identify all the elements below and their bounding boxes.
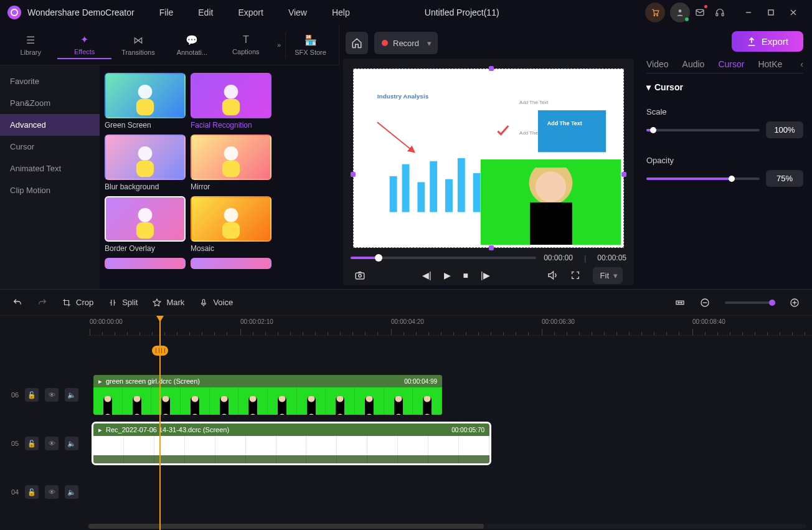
prop-tab-hotkey[interactable]: HotKe: [758, 59, 782, 69]
effect-facial-recognition[interactable]: Facial Recognition: [191, 73, 271, 130]
lock-icon[interactable]: 🔓: [25, 437, 39, 450]
next-frame-button[interactable]: |▶: [481, 270, 490, 280]
crop-tool[interactable]: Crop: [62, 298, 93, 307]
menu-help[interactable]: Help: [332, 7, 350, 17]
mark-tool[interactable]: Mark: [153, 298, 184, 307]
tab-more[interactable]: »: [273, 39, 285, 51]
record-button[interactable]: Record ▾: [374, 32, 438, 54]
category-panzoom[interactable]: Pan&Zoom: [0, 92, 100, 114]
category-advanced[interactable]: Advanced: [0, 114, 100, 136]
playhead[interactable]: [159, 316, 161, 530]
category-clipmotion[interactable]: Clip Motion: [0, 179, 100, 201]
play-button[interactable]: ▶: [444, 270, 451, 280]
lock-icon[interactable]: 🔓: [25, 388, 39, 402]
tab-annotations[interactable]: 💬 Annotati...: [165, 32, 219, 59]
preview-canvas-area[interactable]: Industry Analysis Add The Text Add The T…: [343, 59, 634, 285]
track-lane[interactable]: [87, 472, 812, 512]
playhead-grip[interactable]: [152, 346, 168, 356]
effect-mirror[interactable]: Mirror: [191, 135, 271, 191]
effect-border-overlay[interactable]: Border Overlay: [105, 196, 186, 253]
menu-view[interactable]: View: [288, 7, 307, 17]
opacity-slider[interactable]: [646, 177, 760, 180]
clip[interactable]: ▸green screen girl.dcrc (Screen)00:00:04…: [93, 375, 442, 415]
zoom-in-button[interactable]: [790, 298, 800, 308]
effect-partial[interactable]: [105, 258, 186, 269]
mute-icon[interactable]: 🔈: [65, 437, 78, 450]
stop-button[interactable]: ■: [463, 270, 468, 280]
undo-button[interactable]: [12, 298, 22, 308]
menu-export[interactable]: Export: [238, 7, 263, 17]
eye-icon[interactable]: 👁: [45, 485, 59, 499]
ruler-label: 00:00:04:20: [391, 318, 424, 325]
scale-slider[interactable]: [646, 129, 760, 131]
menu-file[interactable]: File: [159, 7, 174, 17]
timeline-body[interactable]: 00:00:00:0000:00:02:1000:00:04:2000:00:0…: [0, 316, 812, 530]
scale-label: Scale: [646, 107, 684, 116]
tab-effects[interactable]: ✦ Effects: [57, 31, 111, 59]
ruler-label: 00:00:06:30: [542, 318, 575, 325]
svg-point-0: [11, 9, 17, 16]
fullscreen-icon[interactable]: [570, 270, 580, 280]
tab-sfx-store[interactable]: 🏪 SFX Store: [285, 32, 335, 59]
effect-green-screen[interactable]: Green Screen: [105, 73, 186, 130]
timeline-hscrollbar[interactable]: [87, 524, 806, 529]
opacity-value[interactable]: 75%: [766, 170, 803, 187]
export-button[interactable]: Export: [732, 31, 803, 52]
svg-text:Industry Analysis: Industry Analysis: [377, 93, 429, 100]
library-icon: ☰: [26, 34, 35, 46]
mute-icon[interactable]: 🔈: [65, 388, 78, 402]
lock-icon[interactable]: 🔓: [25, 485, 39, 499]
effect-mosaic[interactable]: Mosaic: [191, 196, 271, 253]
green-screen-overlay: [481, 159, 621, 245]
tab-captions[interactable]: T Captions: [219, 32, 273, 58]
user-icon[interactable]: [670, 2, 690, 22]
scale-value[interactable]: 100%: [766, 121, 803, 138]
prev-frame-button[interactable]: ◀|: [422, 270, 432, 280]
prop-tabs-prev[interactable]: ‹: [800, 59, 803, 69]
tab-effects-label: Effects: [74, 48, 95, 55]
mute-icon[interactable]: 🔈: [65, 485, 78, 499]
prop-tab-audio[interactable]: Audio: [682, 59, 705, 69]
clip[interactable]: ▸Rec_2022-07-06 14-31-43.dcrc (Screen)00…: [93, 424, 489, 463]
effect-blur-background[interactable]: Blur background: [105, 135, 186, 191]
minimize-button[interactable]: [737, 2, 760, 22]
close-button[interactable]: [782, 2, 805, 22]
redo-button[interactable]: [37, 298, 47, 308]
eye-icon[interactable]: 👁: [45, 437, 59, 450]
svg-point-2: [657, 15, 658, 16]
eye-icon[interactable]: 👁: [45, 388, 59, 402]
category-animatedtext[interactable]: Animated Text: [0, 158, 100, 179]
mail-icon[interactable]: [690, 2, 710, 22]
category-favorite[interactable]: Favorite: [0, 70, 100, 92]
svg-rect-40: [203, 299, 205, 303]
prop-tab-video[interactable]: Video: [646, 59, 669, 69]
voice-tool[interactable]: Voice: [199, 298, 233, 307]
fit-timeline-button[interactable]: [675, 298, 685, 308]
headset-icon[interactable]: [710, 2, 730, 22]
preview-scrubber[interactable]: [351, 257, 536, 259]
svg-point-1: [654, 15, 655, 16]
tab-library[interactable]: ☰ Library: [4, 32, 57, 59]
zoom-out-button[interactable]: [700, 298, 710, 308]
current-time: 00:00:00: [544, 253, 573, 262]
ruler-label: 00:00:00:00: [90, 318, 123, 325]
effect-partial[interactable]: [191, 258, 271, 269]
home-button[interactable]: [346, 32, 368, 54]
tab-transitions[interactable]: ⋈ Transitions: [111, 32, 165, 59]
opacity-label: Opacity: [646, 156, 684, 165]
split-tool[interactable]: Split: [108, 298, 138, 307]
category-cursor[interactable]: Cursor: [0, 136, 100, 158]
svg-point-17: [224, 146, 238, 161]
cart-icon[interactable]: [645, 2, 665, 22]
volume-icon[interactable]: [547, 270, 558, 281]
prop-tab-cursor[interactable]: Cursor: [718, 59, 744, 69]
fit-select[interactable]: Fit: [593, 267, 623, 284]
track-lane[interactable]: ▸green screen girl.dcrc (Screen)00:00:04…: [87, 375, 812, 415]
cursor-section-header[interactable]: ▾ Cursor: [646, 82, 803, 92]
track-lane[interactable]: ▸Rec_2022-07-06 14-31-43.dcrc (Screen)00…: [87, 424, 812, 463]
snapshot-icon[interactable]: [354, 270, 366, 281]
timeline-ruler[interactable]: 00:00:00:0000:00:02:1000:00:04:2000:00:0…: [87, 316, 812, 336]
zoom-slider[interactable]: [725, 301, 775, 304]
maximize-button[interactable]: [760, 2, 782, 22]
menu-edit[interactable]: Edit: [198, 7, 213, 17]
